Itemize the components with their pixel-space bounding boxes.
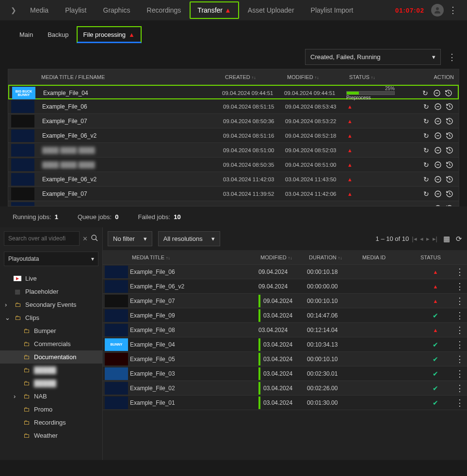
tab-backup[interactable]: Backup	[41, 26, 75, 43]
tree-item-promo[interactable]: 🗀Promo	[0, 403, 102, 416]
retry-icon[interactable]: ↻	[422, 117, 431, 126]
grid-view-icon[interactable]: ▦	[443, 235, 450, 243]
job-row[interactable]: BIG BUCKBUNNY Example_File_04 09.04.2024…	[8, 85, 459, 99]
tree-item-nab[interactable]: ›🗀NAB	[0, 390, 102, 403]
nav-graphics[interactable]: Graphics	[96, 1, 138, 19]
col-created[interactable]: CREATED	[225, 74, 250, 80]
source-select[interactable]: Playoutdata ▾	[4, 252, 98, 266]
nav-transfer[interactable]: Transfer▲	[190, 1, 239, 19]
tree-item-blurred[interactable]: 🗀█████	[0, 377, 102, 390]
tree-item-blurred[interactable]: 🗀█████	[0, 364, 102, 377]
col-title[interactable]: MEDIA TITLE / FILENAME	[41, 74, 105, 80]
media-row[interactable]: Example_File_06 09.04.2024 00:00:10.18 ▲…	[103, 265, 467, 279]
filter-overflow-icon[interactable]: ⋮	[445, 52, 459, 63]
job-row[interactable]: Example_File_07 03.04.2024 11:39:52 03.0…	[8, 187, 459, 201]
mcol-mediaid[interactable]: MEDIA ID	[362, 254, 386, 260]
tree-item-placeholder[interactable]: ▦Placeholder	[0, 285, 102, 298]
history-icon[interactable]	[445, 146, 454, 155]
stop-icon[interactable]	[434, 204, 442, 206]
media-row[interactable]: Example_File_09 03.04.2024 00:14:47.06 ✔…	[103, 308, 467, 323]
row-overflow-icon[interactable]: ⋮	[452, 383, 467, 393]
nav-playlist[interactable]: Playlist	[57, 1, 94, 19]
tree-item-live[interactable]: ▶Live	[0, 272, 102, 285]
tree-item-secondary-events[interactable]: ›🗀Secondary Events	[0, 298, 102, 311]
mcol-modified[interactable]: MODIFIED	[260, 254, 287, 260]
job-row[interactable]: Example_File_06_v2 03.04.2024 11:42:03 0…	[8, 172, 459, 187]
history-icon[interactable]	[445, 190, 454, 198]
history-icon[interactable]	[445, 175, 454, 184]
page-prev-icon[interactable]: ◂	[420, 235, 423, 242]
history-icon[interactable]	[445, 117, 454, 126]
stop-icon[interactable]	[434, 175, 442, 184]
tree-item-weather[interactable]: 🗀Weather	[0, 429, 102, 442]
nav-media[interactable]: Media	[22, 1, 56, 19]
page-next-icon[interactable]: ▸	[426, 235, 430, 242]
nav-back-icon[interactable]: ❯	[7, 4, 20, 16]
retry-icon[interactable]: ↻	[422, 131, 431, 140]
stop-icon[interactable]	[433, 89, 441, 97]
media-row[interactable]: Example_File_03 03.04.2024 00:02:30.01 ✔…	[103, 366, 467, 381]
mcol-duration[interactable]: DURATION	[309, 254, 337, 260]
page-last-icon[interactable]: ▸|	[433, 235, 437, 242]
row-overflow-icon[interactable]: ⋮	[452, 340, 467, 349]
nav-asset-uploader[interactable]: Asset Uploader	[240, 1, 302, 19]
history-icon[interactable]	[444, 89, 453, 97]
media-row[interactable]: Example_File_08 03.04.2024 00:12:14.04 ▲…	[103, 323, 467, 337]
stop-icon[interactable]	[434, 190, 442, 198]
job-row[interactable]: ████ ████ ████ 09.04.2024 08:50:35 09.04…	[8, 158, 459, 172]
retry-icon[interactable]: ↻	[421, 89, 430, 97]
retry-icon[interactable]: ↻	[422, 146, 431, 155]
tab-main[interactable]: Main	[13, 26, 40, 43]
history-icon[interactable]	[445, 160, 454, 169]
page-first-icon[interactable]: |◂	[412, 235, 417, 242]
col-modified[interactable]: MODIFIED	[287, 74, 313, 80]
row-overflow-icon[interactable]: ⋮	[452, 311, 467, 320]
media-row[interactable]: Example_File_06_v2 09.04.2024 00:00:00.0…	[103, 279, 467, 294]
refresh-icon[interactable]: ⟳	[456, 235, 462, 243]
mcol-title[interactable]: MEDIA TITLE	[132, 254, 164, 260]
media-row[interactable]: Example_File_02 03.04.2024 00:02:26.00 ✔…	[103, 381, 467, 396]
history-icon[interactable]	[445, 102, 454, 111]
mcol-status[interactable]: STATUS	[420, 254, 441, 260]
search-icon[interactable]	[91, 234, 98, 243]
retry-icon[interactable]: ↻	[422, 102, 431, 111]
media-row[interactable]: Example_File_01 03.04.2024 00:01:30.00 ✔…	[103, 396, 467, 410]
job-row[interactable]: Example_File_06_v2 09.04.2024 08:51:16 0…	[8, 128, 459, 143]
row-overflow-icon[interactable]: ⋮	[452, 325, 467, 335]
resolution-select[interactable]: All resolutions▾	[158, 231, 220, 246]
row-overflow-icon[interactable]: ⋮	[452, 296, 467, 306]
stop-icon[interactable]	[434, 146, 442, 155]
media-row[interactable]: BUNNY Example_File_04 03.04.2024 00:10:3…	[103, 337, 467, 352]
nav-playlist-import[interactable]: Playlist Import	[303, 1, 361, 19]
stop-icon[interactable]	[434, 160, 442, 169]
media-row[interactable]: Example_File_05 03.04.2024 00:00:10.10 ✔…	[103, 352, 467, 366]
tree-item-bumper[interactable]: 🗀Bumper	[0, 324, 102, 337]
retry-icon[interactable]: ↻	[422, 190, 431, 198]
row-overflow-icon[interactable]: ⋮	[452, 354, 467, 364]
col-status[interactable]: STATUS	[349, 74, 370, 80]
media-row[interactable]: Example_File_07 09.04.2024 00:00:10.10 ▲…	[103, 294, 467, 308]
stop-icon[interactable]	[434, 102, 442, 111]
job-row[interactable]: Example_File_06 03.04.2024 11:39:05 03.0…	[8, 201, 459, 206]
row-overflow-icon[interactable]: ⋮	[452, 398, 467, 408]
tree-item-commercials[interactable]: 🗀Commercials	[0, 337, 102, 350]
search-input[interactable]	[4, 231, 80, 246]
row-overflow-icon[interactable]: ⋮	[452, 369, 467, 379]
job-row[interactable]: Example_File_06 09.04.2024 08:51:15 09.0…	[8, 99, 459, 114]
user-avatar-icon[interactable]	[431, 4, 444, 16]
row-overflow-icon[interactable]: ⋮	[452, 282, 467, 291]
stop-icon[interactable]	[434, 131, 442, 140]
job-row[interactable]: ████ ████ ████ 09.04.2024 08:51:00 09.04…	[8, 143, 459, 158]
nav-recordings[interactable]: Recordings	[139, 1, 189, 19]
stop-icon[interactable]	[434, 117, 442, 126]
filter-select[interactable]: No filter▾	[108, 231, 152, 246]
history-icon[interactable]	[445, 204, 454, 206]
history-icon[interactable]	[445, 131, 454, 140]
tree-item-recordings[interactable]: 🗀Recordings	[0, 416, 102, 429]
retry-icon[interactable]: ↻	[422, 204, 431, 206]
tree-item-documentation[interactable]: 🗀Documentation	[0, 350, 102, 364]
row-overflow-icon[interactable]: ⋮	[452, 267, 467, 277]
retry-icon[interactable]: ↻	[422, 160, 431, 169]
clear-icon[interactable]: ✕	[82, 235, 88, 242]
status-filter-select[interactable]: Created, Failed, Running ▾	[305, 49, 441, 65]
